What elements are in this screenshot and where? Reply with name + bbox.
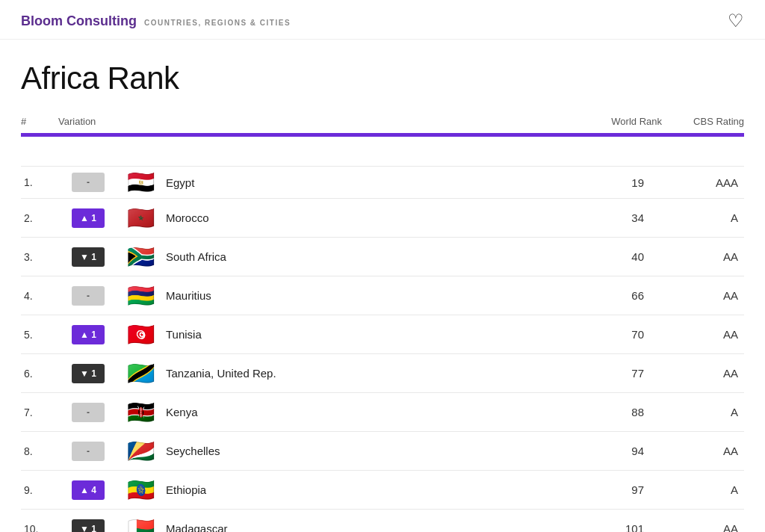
variation-badge: - — [72, 403, 105, 422]
variation-badge: ▼ 1 — [72, 247, 105, 267]
world-rank-cell: 101 — [587, 522, 662, 532]
cbs-rating-cell: AA — [662, 250, 744, 263]
table-row[interactable]: 7. - 🇰🇪 Kenya 88 A — [21, 393, 744, 432]
country-name: Ethiopia — [163, 483, 387, 496]
world-rank-cell: 34 — [587, 211, 662, 224]
variation-cell: - — [58, 173, 118, 192]
rank-cell: 7. — [21, 406, 58, 418]
variation-cell: ▼ 1 — [58, 519, 118, 533]
rank-cell: 8. — [21, 445, 58, 457]
cbs-rating-cell: AA — [662, 367, 744, 380]
country-name: Madagascar — [163, 522, 387, 532]
variation-cell: ▼ 1 — [58, 247, 118, 267]
flag-icon: 🇲🇬 — [127, 518, 155, 533]
col-header-variation: Variation — [58, 116, 118, 127]
cbs-rating-cell: A — [662, 211, 744, 224]
col-header-rank: # — [21, 116, 58, 127]
cbs-rating-cell: AA — [662, 445, 744, 457]
table-row[interactable]: 8. - 🇸🇨 Seychelles 94 AA — [21, 432, 744, 471]
variation-cell: ▲ 1 — [58, 325, 118, 344]
flag-cell: 🇿🇦 — [118, 246, 163, 268]
flag-cell: 🇰🇪 — [118, 401, 163, 424]
country-name: Kenya — [163, 406, 387, 418]
flag-icon: 🇪🇬 — [127, 171, 155, 194]
rank-cell: 5. — [21, 329, 58, 341]
header: Bloom Consulting Countries, Regions & Ci… — [0, 0, 765, 40]
flag-cell: 🇪🇹 — [118, 479, 163, 501]
world-rank-cell: 97 — [587, 483, 662, 496]
page-title-area: Africa Rank — [0, 40, 765, 110]
country-name: Seychelles — [163, 445, 387, 457]
variation-badge: ▼ 1 — [72, 519, 105, 533]
country-name: Egypt — [163, 176, 387, 189]
variation-badge: - — [72, 173, 105, 192]
variation-badge: ▲ 1 — [72, 325, 105, 344]
variation-badge: ▼ 1 — [72, 364, 105, 383]
flag-icon: 🇲🇺 — [127, 285, 155, 307]
country-name: South Africa — [163, 250, 387, 263]
cbs-rating-cell: A — [662, 406, 744, 418]
col-header-cbs-rating: CBS Rating — [662, 116, 744, 127]
table-row[interactable]: 9. ▲ 4 🇪🇹 Ethiopia 97 A — [21, 471, 744, 510]
empty-spacer-row — [21, 137, 744, 167]
world-rank-cell: 94 — [587, 445, 662, 457]
flag-icon: 🇹🇳 — [127, 324, 155, 346]
table-row[interactable]: 5. ▲ 1 🇹🇳 Tunisia 70 AA — [21, 315, 744, 354]
country-name: Morocco — [163, 211, 387, 224]
rank-cell: 2. — [21, 212, 58, 224]
variation-cell: - — [58, 403, 118, 422]
table-row[interactable]: 4. - 🇲🇺 Mauritius 66 AA — [21, 276, 744, 315]
variation-cell: ▲ 1 — [58, 208, 118, 228]
world-rank-cell: 77 — [587, 367, 662, 380]
flag-icon: 🇲🇦 — [127, 207, 155, 229]
world-rank-cell: 66 — [587, 289, 662, 302]
variation-badge: - — [72, 442, 105, 461]
rank-cell: 9. — [21, 484, 58, 496]
rank-cell: 1. — [21, 176, 58, 188]
table-row[interactable]: 2. ▲ 1 🇲🇦 Morocco 34 A — [21, 199, 744, 238]
table-container: # Variation World Rank CBS Rating 1. - 🇪… — [0, 110, 765, 532]
favorite-icon[interactable]: ♡ — [728, 10, 744, 31]
world-rank-cell: 70 — [587, 328, 662, 341]
flag-cell: 🇲🇦 — [118, 207, 163, 229]
rank-cell: 10. — [21, 523, 58, 533]
cbs-rating-cell: AAA — [662, 176, 744, 189]
flag-cell: 🇹🇳 — [118, 324, 163, 346]
table-row[interactable]: 3. ▼ 1 🇿🇦 South Africa 40 AA — [21, 238, 744, 276]
variation-cell: - — [58, 442, 118, 461]
variation-cell: - — [58, 286, 118, 306]
rank-cell: 6. — [21, 368, 58, 380]
country-name: Mauritius — [163, 289, 387, 302]
flag-icon: 🇪🇹 — [127, 479, 155, 501]
world-rank-cell: 88 — [587, 406, 662, 418]
table-row[interactable]: 10. ▼ 1 🇲🇬 Madagascar 101 AA — [21, 510, 744, 532]
variation-badge: ▲ 1 — [72, 208, 105, 228]
cbs-rating-cell: AA — [662, 328, 744, 341]
rank-cell: 4. — [21, 290, 58, 302]
table-row[interactable]: 6. ▼ 1 🇹🇿 Tanzania, United Rep. 77 AA — [21, 354, 744, 393]
variation-cell: ▼ 1 — [58, 364, 118, 383]
table-header-row: # Variation World Rank CBS Rating — [21, 110, 744, 133]
flag-icon: 🇰🇪 — [127, 401, 155, 424]
table-row[interactable]: 1. - 🇪🇬 Egypt 19 AAA — [21, 167, 744, 199]
country-name: Tunisia — [163, 328, 387, 341]
flag-cell: 🇲🇺 — [118, 285, 163, 307]
flag-icon: 🇸🇨 — [127, 440, 155, 463]
country-name: Tanzania, United Rep. — [163, 367, 387, 380]
rank-cell: 3. — [21, 251, 58, 263]
logo-area: Bloom Consulting Countries, Regions & Ci… — [21, 13, 291, 29]
flag-cell: 🇪🇬 — [118, 171, 163, 194]
cbs-rating-cell: AA — [662, 522, 744, 532]
flag-cell: 🇸🇨 — [118, 440, 163, 463]
flag-icon: 🇹🇿 — [127, 362, 155, 385]
cbs-rating-cell: A — [662, 483, 744, 496]
logo-text: Bloom Consulting — [21, 13, 137, 29]
page-title: Africa Rank — [21, 61, 744, 96]
variation-badge: ▲ 4 — [72, 480, 105, 500]
table-body: 1. - 🇪🇬 Egypt 19 AAA 2. ▲ 1 🇲🇦 Morocco 3… — [21, 167, 744, 532]
world-rank-cell: 40 — [587, 250, 662, 263]
col-header-world-rank: World Rank — [587, 116, 662, 127]
world-rank-cell: 19 — [587, 176, 662, 189]
flag-icon: 🇿🇦 — [127, 246, 155, 268]
flag-cell: 🇹🇿 — [118, 362, 163, 385]
